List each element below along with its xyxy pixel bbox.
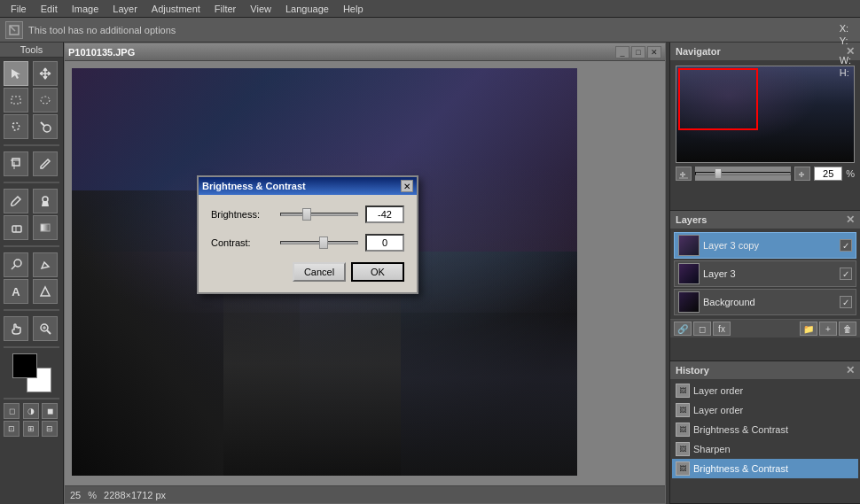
tool-eyedropper[interactable] bbox=[33, 151, 58, 176]
nav-zoom-out-btn[interactable] bbox=[676, 167, 692, 181]
bc-cancel-btn[interactable]: Cancel bbox=[293, 262, 346, 282]
mode-btn-2[interactable]: ◑ bbox=[23, 403, 39, 419]
tool-eraser[interactable] bbox=[4, 215, 28, 240]
zoom-value: 25 bbox=[70, 490, 81, 500]
bc-ok-btn[interactable]: OK bbox=[351, 262, 404, 282]
history-icon-3: 🖼 bbox=[676, 442, 690, 456]
contrast-value-input[interactable] bbox=[365, 234, 404, 252]
tool-shape[interactable] bbox=[33, 279, 58, 304]
menu-image[interactable]: Image bbox=[65, 2, 106, 16]
tool-lasso[interactable] bbox=[4, 114, 28, 139]
history-item-3[interactable]: 🖼 Sharpen bbox=[672, 439, 858, 459]
tool-move[interactable] bbox=[33, 61, 58, 86]
nav-red-rect bbox=[678, 68, 758, 130]
tool-type[interactable]: A bbox=[4, 279, 28, 304]
nav-zoom-input[interactable] bbox=[814, 167, 842, 181]
layers-delete-btn[interactable]: 🗑 bbox=[839, 322, 856, 336]
menu-edit[interactable]: Edit bbox=[34, 2, 65, 16]
navigator-panel-header: Navigator ✕ bbox=[670, 43, 860, 60]
menu-file[interactable]: File bbox=[4, 2, 34, 16]
tool-dodge[interactable] bbox=[4, 252, 28, 277]
history-content: 🖼 Layer order 🖼 Layer order 🖼 Brightness… bbox=[670, 379, 860, 503]
brightness-value-input[interactable] bbox=[365, 205, 404, 223]
tool-hand[interactable] bbox=[4, 316, 28, 341]
contrast-slider-track[interactable] bbox=[280, 241, 358, 244]
history-panel-header: History ✕ bbox=[670, 361, 860, 379]
tool-marquee-rect[interactable] bbox=[4, 88, 28, 112]
tool-gradient[interactable] bbox=[33, 215, 58, 240]
mode-btn-5[interactable]: ⊞ bbox=[23, 421, 39, 437]
svg-line-3 bbox=[41, 122, 44, 126]
foreground-color-swatch[interactable] bbox=[12, 353, 37, 378]
tool-sep-5 bbox=[4, 346, 59, 348]
history-label-3: Sharpen bbox=[693, 444, 731, 454]
tool-select[interactable] bbox=[4, 61, 28, 86]
menu-layer[interactable]: Layer bbox=[106, 2, 145, 16]
bc-dialog-titlebar: Brightness & Contrast ✕ bbox=[199, 177, 417, 195]
mode-btn-6[interactable]: ⊟ bbox=[42, 421, 58, 437]
history-item-4[interactable]: 🖼 Brightness & Contrast bbox=[672, 459, 858, 478]
tool-zoom[interactable] bbox=[33, 316, 58, 341]
nav-zoom-percent: % bbox=[846, 168, 855, 179]
svg-point-2 bbox=[43, 125, 51, 132]
menu-help[interactable]: Help bbox=[336, 2, 371, 16]
tool-brush[interactable] bbox=[4, 189, 28, 213]
layers-add-btn[interactable]: + bbox=[819, 322, 837, 336]
layers-link-btn[interactable]: 🔗 bbox=[674, 322, 692, 336]
svg-line-14 bbox=[47, 330, 51, 334]
history-panel-title: History bbox=[676, 365, 709, 376]
brightness-slider-thumb[interactable] bbox=[302, 208, 311, 221]
canvas-maximize-btn[interactable]: □ bbox=[631, 46, 645, 58]
canvas-statusbar: 25 % 2288×1712 px bbox=[65, 485, 665, 503]
layers-fx-btn[interactable]: fx bbox=[713, 322, 731, 336]
layers-panel-header: Layers ✕ bbox=[670, 211, 860, 229]
image-dimensions: 2288×1712 px bbox=[104, 490, 166, 500]
tool-sep-3 bbox=[4, 245, 59, 247]
current-tool-icon bbox=[5, 21, 23, 39]
mode-btn-3[interactable]: ◼ bbox=[42, 403, 58, 419]
menu-adjustment[interactable]: Adjustment bbox=[145, 2, 207, 16]
mode-btn-4[interactable]: ⊡ bbox=[4, 421, 20, 437]
canvas-minimize-btn[interactable]: _ bbox=[615, 46, 629, 58]
tool-marquee-ellipse[interactable] bbox=[33, 88, 58, 112]
tool-pen[interactable] bbox=[33, 252, 58, 277]
menu-view[interactable]: View bbox=[243, 2, 278, 16]
layers-panel-close[interactable]: ✕ bbox=[846, 213, 855, 226]
mode-btn-1[interactable]: ◻ bbox=[4, 403, 20, 419]
svg-rect-0 bbox=[12, 97, 20, 104]
layer-visibility-layer3[interactable]: ✓ bbox=[840, 268, 852, 280]
bc-dialog-close-btn[interactable]: ✕ bbox=[401, 180, 413, 192]
layer-thumb-background bbox=[678, 291, 700, 313]
history-item-0[interactable]: 🖼 Layer order bbox=[672, 381, 858, 400]
history-icon-2: 🖼 bbox=[676, 423, 690, 437]
tool-magic-wand[interactable] bbox=[33, 114, 58, 139]
menu-filter[interactable]: Filter bbox=[207, 2, 243, 16]
nav-zoom-slider[interactable] bbox=[695, 167, 791, 181]
tool-stamp[interactable] bbox=[33, 189, 58, 213]
brightness-label: Brightness: bbox=[211, 209, 273, 220]
layers-content: Layer 3 copy ✓ Layer 3 ✓ Background ✓ bbox=[670, 229, 860, 319]
layers-mask-btn[interactable]: ◻ bbox=[693, 322, 711, 336]
tools-label: Tools bbox=[0, 43, 63, 58]
layer-row-background[interactable]: Background ✓ bbox=[674, 289, 856, 315]
tool-modes: ◻ ◑ ◼ ⊡ ⊞ ⊟ bbox=[0, 401, 63, 438]
history-item-1[interactable]: 🖼 Layer order bbox=[672, 400, 858, 420]
layer-row-layer3[interactable]: Layer 3 ✓ bbox=[674, 260, 856, 287]
layer-visibility-layer3copy[interactable]: ✓ bbox=[840, 239, 852, 252]
nav-zoom-in-btn[interactable] bbox=[794, 167, 810, 181]
nav-slider-thumb[interactable] bbox=[715, 168, 722, 179]
layer-row-layer3copy[interactable]: Layer 3 copy ✓ bbox=[674, 232, 856, 259]
canvas-window-buttons: _ □ ✕ bbox=[615, 46, 661, 58]
tool-crop[interactable] bbox=[4, 151, 28, 176]
menu-language[interactable]: Language bbox=[278, 2, 336, 16]
history-item-2[interactable]: 🖼 Brightness & Contrast bbox=[672, 420, 858, 439]
tool-sep-4 bbox=[4, 309, 59, 311]
contrast-row: Contrast: bbox=[211, 234, 404, 252]
contrast-slider-container bbox=[280, 241, 358, 244]
layer-visibility-background[interactable]: ✓ bbox=[840, 296, 852, 308]
contrast-slider-thumb[interactable] bbox=[319, 236, 328, 249]
layers-group-btn[interactable]: 📁 bbox=[800, 322, 817, 336]
history-panel-close[interactable]: ✕ bbox=[846, 364, 855, 376]
brightness-slider-track[interactable] bbox=[280, 213, 358, 216]
canvas-close-btn[interactable]: ✕ bbox=[647, 46, 661, 58]
